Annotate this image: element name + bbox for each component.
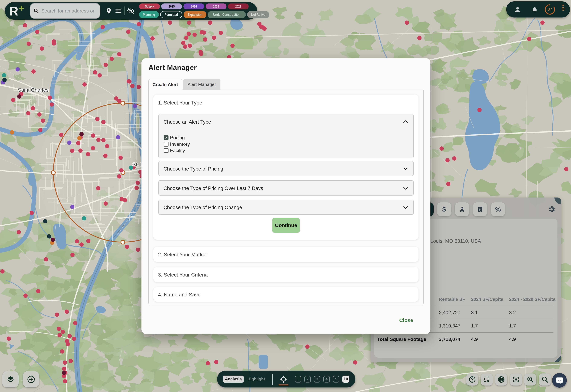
- facility-marker[interactable]: [564, 167, 569, 171]
- facility-marker[interactable]: [136, 248, 140, 252]
- tab-create-alert[interactable]: Create Alert: [149, 79, 182, 90]
- chevron-up-icon[interactable]: [403, 119, 408, 125]
- facility-marker[interactable]: [77, 136, 82, 140]
- facility-marker[interactable]: [116, 135, 120, 139]
- facility-marker[interactable]: [75, 239, 79, 243]
- facility-marker[interactable]: [206, 361, 210, 365]
- facility-marker[interactable]: [10, 130, 14, 135]
- facility-marker[interactable]: [96, 186, 100, 190]
- globe-button[interactable]: [495, 373, 507, 386]
- chevron-down-icon[interactable]: [403, 166, 408, 172]
- facility-marker[interactable]: [130, 84, 135, 88]
- facility-marker[interactable]: [2, 78, 7, 82]
- facility-marker[interactable]: [7, 336, 11, 341]
- add-location-button[interactable]: [23, 371, 39, 387]
- chevron-down-icon[interactable]: [403, 185, 408, 191]
- checkbox-row-inventory[interactable]: Inventory: [164, 141, 190, 147]
- checkbox-row-pricing[interactable]: Pricing: [164, 134, 185, 141]
- zoom-level-3[interactable]: 3: [314, 376, 320, 382]
- facility-marker[interactable]: [15, 67, 20, 71]
- accordion-pricing-7days[interactable]: Choose the Type of Pricing Over Last 7 D…: [158, 180, 414, 196]
- facility-marker[interactable]: [125, 245, 129, 249]
- facility-marker[interactable]: [527, 37, 531, 41]
- facility-marker[interactable]: [48, 96, 52, 100]
- facility-marker[interactable]: [219, 31, 223, 35]
- facility-marker[interactable]: [188, 43, 192, 48]
- continue-button[interactable]: Continue: [272, 218, 300, 233]
- facility-marker[interactable]: [63, 379, 67, 383]
- facility-marker[interactable]: [104, 63, 108, 67]
- facility-marker[interactable]: [119, 168, 123, 172]
- facility-marker[interactable]: [11, 98, 15, 102]
- radius-handle[interactable]: [121, 240, 125, 244]
- facility-marker[interactable]: [30, 211, 34, 215]
- focus-selection-button[interactable]: [510, 373, 522, 386]
- facility-marker[interactable]: [76, 141, 80, 145]
- facility-marker[interactable]: [57, 327, 61, 331]
- step4-card[interactable]: 4. Name and Save: [153, 287, 419, 302]
- facility-marker[interactable]: [17, 94, 21, 98]
- help-button[interactable]: [466, 373, 478, 386]
- facility-marker[interactable]: [93, 70, 97, 74]
- facility-marker[interactable]: [105, 144, 109, 148]
- filter-pill-2024[interactable]: 2024: [183, 3, 204, 9]
- app-logo[interactable]: R +: [9, 5, 26, 17]
- facility-marker[interactable]: [446, 182, 450, 186]
- facility-marker[interactable]: [65, 309, 69, 314]
- facility-marker[interactable]: [193, 33, 197, 37]
- facility-marker[interactable]: [67, 140, 71, 145]
- layers-button[interactable]: [2, 371, 19, 387]
- facility-marker[interactable]: [70, 253, 75, 257]
- facility-marker[interactable]: [52, 41, 56, 45]
- facility-marker[interactable]: [168, 20, 172, 25]
- facility-marker[interactable]: [65, 339, 69, 343]
- facility-marker[interactable]: [181, 41, 185, 45]
- tab-alert-manager[interactable]: Alert Manager: [183, 79, 220, 90]
- filter-pill-2025[interactable]: 2025: [161, 3, 182, 9]
- facility-marker[interactable]: [61, 330, 65, 334]
- facility-marker[interactable]: [184, 36, 188, 40]
- facility-marker[interactable]: [110, 57, 114, 61]
- accordion-alert-type[interactable]: Choose an Alert Type Pricing Inventory F…: [158, 114, 414, 158]
- facility-marker[interactable]: [47, 234, 51, 238]
- facility-marker[interactable]: [79, 132, 84, 136]
- visibility-off-icon[interactable]: [126, 6, 135, 15]
- facility-marker[interactable]: [69, 359, 73, 363]
- checkbox-row-facility[interactable]: Facility: [164, 147, 185, 154]
- facility-marker[interactable]: [26, 111, 30, 115]
- facility-marker[interactable]: [79, 242, 84, 247]
- zoom-level-10[interactable]: 10: [342, 376, 349, 383]
- filter-pill-planning[interactable]: Planning: [139, 11, 159, 18]
- filter-pill-not-active[interactable]: Not Active: [247, 11, 269, 18]
- zoom-in-button[interactable]: [524, 373, 536, 386]
- facility-marker[interactable]: [62, 367, 66, 371]
- facility-marker[interactable]: [203, 37, 207, 42]
- facility-marker[interactable]: [82, 82, 87, 86]
- facility-marker[interactable]: [200, 30, 204, 34]
- facility-marker[interactable]: [72, 337, 76, 341]
- facility-marker[interactable]: [103, 154, 107, 158]
- panel-tab-demographics[interactable]: [455, 202, 469, 216]
- facility-marker[interactable]: [73, 321, 77, 325]
- facility-marker[interactable]: [452, 156, 456, 161]
- facility-marker[interactable]: [199, 52, 203, 56]
- facility-marker[interactable]: [70, 149, 74, 153]
- facility-marker[interactable]: [23, 294, 28, 298]
- facility-marker[interactable]: [262, 27, 267, 31]
- facility-marker[interactable]: [96, 138, 101, 142]
- notifications-bell-icon[interactable]: [530, 5, 540, 14]
- radius-handle[interactable]: [51, 171, 55, 175]
- chevron-down-icon[interactable]: [403, 204, 408, 210]
- facility-marker[interactable]: [135, 181, 140, 185]
- mode-analysis[interactable]: Analysis: [223, 376, 244, 383]
- step3-card[interactable]: 3. Select Your Criteria: [153, 267, 419, 282]
- facility-marker[interactable]: [58, 333, 62, 337]
- facility-marker[interactable]: [78, 149, 83, 153]
- facility-marker[interactable]: [126, 29, 130, 34]
- facility-marker[interactable]: [187, 20, 191, 25]
- panel-settings-gear-icon[interactable]: [547, 205, 556, 214]
- zoom-out-button[interactable]: [539, 373, 551, 386]
- checkbox-facility-unchecked[interactable]: [164, 148, 168, 153]
- facility-marker[interactable]: [445, 158, 450, 162]
- filter-pill-2022[interactable]: 2022: [228, 3, 249, 9]
